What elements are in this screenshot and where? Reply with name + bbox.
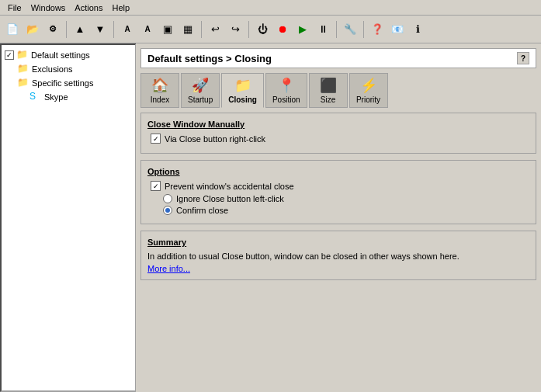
play-button[interactable]: ▶ — [293, 20, 312, 39]
prevent-accidental-checkbox[interactable]: ✓ — [151, 181, 161, 191]
skype-icon: S — [29, 91, 42, 103]
stop-button[interactable]: ⏺ — [273, 20, 292, 39]
breadcrumb: Default settings > Closing — [147, 53, 272, 64]
prevent-accidental-row: ✓ Prevent window's accidental close — [147, 181, 529, 191]
close-window-title: Close Window Manually — [147, 120, 529, 129]
sidebar-item-exclusions[interactable]: 📁 Exclusions — [2, 62, 135, 76]
help-button[interactable]: ? — [517, 52, 529, 64]
summary-text: In addition to usual Close button, windo… — [147, 252, 529, 261]
help1-button[interactable]: ❓ — [368, 20, 387, 39]
confirm-close-radio-row: Confirm close — [163, 206, 529, 215]
tab-index[interactable]: 🏠 Index — [140, 73, 179, 108]
folder-icon: 📁 — [16, 49, 29, 61]
tab-index-label: Index — [151, 95, 169, 104]
default-settings-label: Default settings — [31, 50, 90, 60]
menu-actions[interactable]: Actions — [70, 2, 107, 14]
ignore-close-radio-row: Ignore Close button left-click — [163, 194, 529, 203]
tab-bar: 🏠 Index 🚀 Startup 📁 Closing 📍 Position ⬛… — [140, 73, 536, 108]
confirm-close-radio[interactable] — [163, 206, 172, 215]
help2-button[interactable]: 📧 — [388, 20, 407, 39]
options-section: Options ✓ Prevent window's accidental cl… — [140, 160, 536, 224]
tab-position-label: Position — [272, 95, 300, 104]
menu-windows[interactable]: Windows — [26, 2, 71, 14]
help3-button[interactable]: ℹ — [408, 20, 427, 39]
copy3-button[interactable]: ▣ — [158, 20, 177, 39]
close-manually-checkbox[interactable]: ✓ — [151, 134, 161, 144]
toolbar-separator-3 — [201, 21, 202, 38]
priority-tab-icon: ⚡ — [360, 77, 377, 94]
radio-group: Ignore Close button left-click Confirm c… — [163, 194, 529, 215]
sidebar-tree: ✓ 📁 Default settings 📁 Exclusions 📁 Spec… — [0, 43, 136, 392]
sidebar-item-specific-settings[interactable]: 📁 Specific settings — [2, 76, 135, 90]
move-down-button[interactable]: ▼ — [91, 20, 109, 39]
tab-position[interactable]: 📍 Position — [265, 73, 307, 108]
tab-size-label: Size — [321, 95, 335, 104]
sidebar-item-default-settings[interactable]: ✓ 📁 Default settings — [2, 48, 135, 62]
menu-file[interactable]: File — [3, 2, 26, 14]
options-title: Options — [147, 167, 529, 176]
copy1-button[interactable]: A — [118, 20, 137, 39]
open-button[interactable]: 📂 — [23, 20, 42, 39]
ignore-close-label: Ignore Close button left-click — [176, 194, 284, 203]
closing-tab-icon: 📁 — [234, 77, 251, 94]
copy2-button[interactable]: A — [138, 20, 157, 39]
ignore-close-radio[interactable] — [163, 194, 172, 203]
size-tab-icon: ⬛ — [320, 77, 337, 94]
main-layout: ✓ 📁 Default settings 📁 Exclusions 📁 Spec… — [0, 43, 541, 392]
folder-icon-exclusions: 📁 — [17, 63, 29, 75]
pause-button[interactable]: ⏸ — [314, 20, 332, 39]
toolbar-separator-6 — [363, 21, 364, 38]
tab-priority[interactable]: ⚡ Priority — [349, 73, 388, 108]
save-button[interactable]: ⚙ — [43, 20, 62, 39]
tab-startup[interactable]: 🚀 Startup — [181, 73, 220, 108]
folder-icon-specific: 📁 — [17, 77, 29, 89]
toolbar-separator-2 — [113, 21, 114, 38]
index-tab-icon: 🏠 — [151, 77, 168, 94]
more-info-link[interactable]: More info... — [147, 264, 190, 273]
close-window-section: Close Window Manually ✓ Via Close button… — [140, 113, 536, 154]
position-tab-icon: 📍 — [278, 77, 295, 94]
summary-section: Summary In addition to usual Close butto… — [140, 231, 536, 280]
new-button[interactable]: 📄 — [3, 20, 22, 39]
power-button[interactable]: ⏻ — [253, 20, 272, 39]
breadcrumb-header: Default settings > Closing ? — [140, 48, 536, 68]
tab-startup-label: Startup — [188, 95, 213, 104]
tab-size[interactable]: ⬛ Size — [309, 73, 348, 108]
close-manually-label: Via Close button right-click — [165, 134, 265, 144]
toolbar-separator-1 — [66, 21, 67, 38]
copy4-button[interactable]: ▦ — [179, 20, 197, 39]
close-manually-checkbox-row: ✓ Via Close button right-click — [147, 134, 529, 144]
tool-button[interactable]: 🔧 — [341, 20, 359, 39]
skype-label: Skype — [44, 92, 68, 102]
tab-priority-label: Priority — [356, 95, 380, 104]
prevent-accidental-label: Prevent window's accidental close — [165, 182, 294, 191]
tab-closing-label: Closing — [228, 95, 257, 104]
toolbar-separator-5 — [336, 21, 337, 38]
tab-closing[interactable]: 📁 Closing — [221, 73, 264, 108]
default-settings-checkbox[interactable]: ✓ — [5, 50, 14, 60]
specific-settings-label: Specific settings — [32, 78, 93, 88]
startup-tab-icon: 🚀 — [192, 77, 209, 94]
toolbar: 📄 📂 ⚙ ▲ ▼ A A ▣ ▦ ↩ ↪ ⏻ ⏺ ▶ ⏸ 🔧 ❓ 📧 ℹ — [0, 16, 541, 43]
undo-button[interactable]: ↩ — [206, 20, 224, 39]
confirm-close-label: Confirm close — [176, 206, 228, 215]
summary-title: Summary — [147, 238, 529, 247]
menu-help[interactable]: Help — [107, 2, 134, 14]
content-panel: Default settings > Closing ? 🏠 Index 🚀 S… — [136, 43, 541, 392]
exclusions-label: Exclusions — [32, 64, 73, 74]
menu-bar: File Windows Actions Help — [0, 0, 541, 16]
sidebar-item-skype[interactable]: S Skype — [2, 90, 135, 104]
redo-button[interactable]: ↪ — [226, 20, 244, 39]
move-up-button[interactable]: ▲ — [71, 20, 89, 39]
toolbar-separator-4 — [248, 21, 249, 38]
